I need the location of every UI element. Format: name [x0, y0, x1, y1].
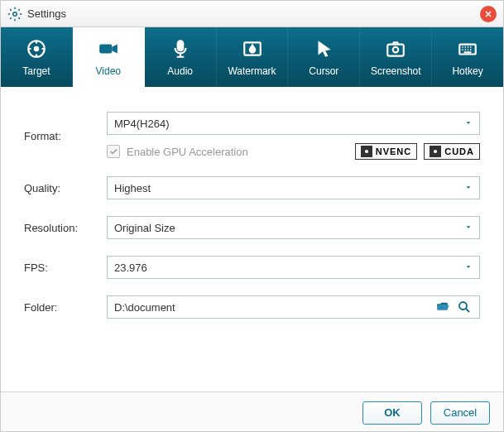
label-folder: Folder: — [24, 301, 107, 314]
video-icon — [97, 37, 120, 60]
row-resolution: Resolution: Original Size — [24, 216, 480, 239]
window-title: Settings — [27, 7, 480, 20]
titlebar: Settings — [1, 1, 503, 27]
label-quality: Quality: — [24, 182, 107, 194]
tab-label: Watermark — [228, 65, 276, 77]
folder-value: D:\document — [114, 301, 434, 314]
svg-point-2 — [35, 47, 38, 50]
svg-rect-3 — [99, 45, 112, 54]
tabbar: Target Video Audio Watermark Cursor Scre… — [1, 27, 503, 87]
tab-label: Audio — [167, 65, 193, 77]
fps-value: 23.976 — [114, 262, 147, 274]
row-folder: Folder: D:\document — [24, 295, 480, 319]
svg-point-9 — [365, 150, 368, 153]
badge-text: NVENC — [376, 146, 412, 156]
cursor-icon — [312, 37, 335, 60]
target-icon — [25, 37, 48, 60]
tab-label: Screenshot — [371, 65, 421, 77]
camera-icon — [384, 37, 407, 60]
chevron-down-icon — [464, 262, 473, 274]
chevron-down-icon — [464, 222, 473, 234]
svg-point-11 — [459, 302, 467, 310]
format-value: MP4(H264) — [114, 118, 169, 130]
gpu-row: Enable GPU Acceleration NVENC CUDA — [107, 143, 480, 160]
keyboard-icon — [456, 37, 479, 60]
tab-cursor[interactable]: Cursor — [288, 27, 360, 87]
search-icon[interactable] — [456, 299, 473, 315]
tab-video[interactable]: Video — [73, 27, 145, 87]
label-format: Format: — [24, 130, 107, 142]
gpu-checkbox[interactable] — [107, 145, 120, 158]
nvidia-icon — [361, 146, 372, 157]
format-select[interactable]: MP4(H264) — [107, 112, 480, 135]
folder-open-icon[interactable] — [434, 299, 451, 315]
tab-label: Video — [96, 65, 121, 77]
row-quality: Quality: Highest — [24, 176, 480, 199]
label-resolution: Resolution: — [24, 222, 107, 234]
cancel-button[interactable]: Cancel — [430, 401, 490, 425]
gpu-label: Enable GPU Acceleration — [127, 146, 348, 158]
tab-target[interactable]: Target — [1, 27, 73, 87]
row-fps: FPS: 23.976 — [24, 256, 480, 279]
ok-button[interactable]: OK — [362, 401, 422, 425]
label-fps: FPS: — [24, 262, 107, 274]
audio-icon — [169, 37, 192, 60]
badge-text: CUDA — [444, 146, 474, 156]
cuda-badge: CUDA — [424, 143, 480, 160]
chevron-down-icon — [464, 118, 473, 130]
tab-label: Target — [22, 65, 50, 77]
tab-watermark[interactable]: Watermark — [217, 27, 289, 87]
svg-point-7 — [393, 47, 399, 53]
tab-label: Hotkey — [452, 65, 482, 77]
quality-value: Highest — [114, 182, 151, 194]
svg-point-0 — [13, 12, 17, 16]
chevron-down-icon — [464, 182, 473, 194]
fps-select[interactable]: 23.976 — [107, 256, 480, 279]
quality-select[interactable]: Highest — [107, 176, 480, 199]
close-button[interactable] — [480, 6, 497, 22]
svg-rect-6 — [387, 45, 404, 56]
content-panel: Format: MP4(H264) Enable GPU Acceleratio… — [1, 87, 503, 391]
gear-icon — [7, 7, 22, 22]
tab-audio[interactable]: Audio — [145, 27, 217, 87]
resolution-value: Original Size — [114, 222, 175, 234]
svg-rect-4 — [177, 41, 183, 50]
row-format: Format: MP4(H264) Enable GPU Acceleratio… — [24, 112, 480, 160]
tab-screenshot[interactable]: Screenshot — [360, 27, 432, 87]
folder-input[interactable]: D:\document — [107, 295, 480, 319]
resolution-select[interactable]: Original Size — [107, 216, 480, 239]
nvidia-icon — [430, 146, 441, 157]
nvenc-badge: NVENC — [355, 143, 418, 160]
footer: OK Cancel — [1, 391, 503, 432]
watermark-icon — [241, 37, 264, 60]
tab-hotkey[interactable]: Hotkey — [432, 27, 503, 87]
svg-point-10 — [434, 150, 437, 153]
tab-label: Cursor — [309, 65, 338, 77]
